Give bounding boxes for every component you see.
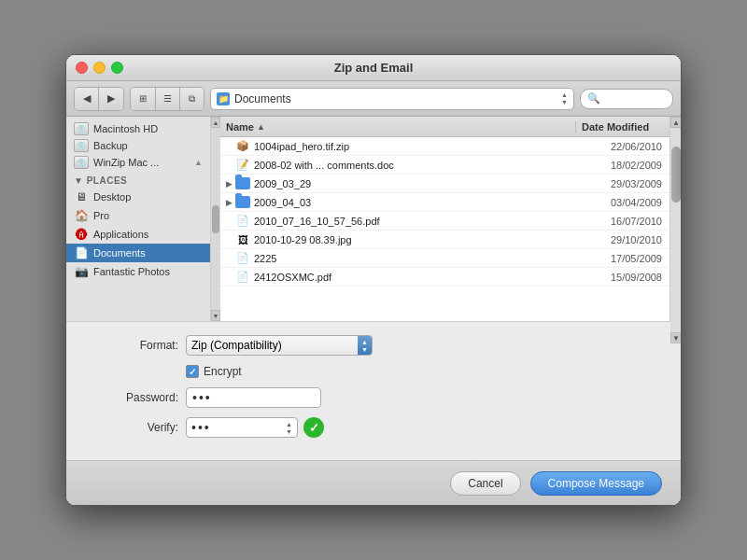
scrollbar-track <box>670 128 681 332</box>
places-triangle: ▼ <box>74 175 87 186</box>
verify-dots: ••• <box>191 420 211 435</box>
password-input[interactable]: ••• <box>186 387 321 408</box>
file-row[interactable]: ▶ 2009_04_03 03/04/2009 <box>220 193 669 212</box>
file-name: 2009_03_29 <box>254 178 574 189</box>
location-arrows[interactable]: ▲ ▼ <box>561 91 568 105</box>
sidebar-scroll-up[interactable]: ▲ <box>211 117 220 128</box>
format-select[interactable]: Zip (Compatibility) ▲ ▼ <box>186 335 373 356</box>
backup-icon: 💿 <box>74 139 89 152</box>
file-date: 29/10/2010 <box>574 234 668 245</box>
file-type-icon: 📄 <box>235 251 250 266</box>
file-row[interactable]: ▶ 2009_03_29 29/03/2009 <box>220 175 669 193</box>
format-row: Format: Zip (Compatibility) ▲ ▼ <box>104 335 643 356</box>
file-date: 22/06/2010 <box>574 141 668 152</box>
close-button[interactable] <box>76 62 88 74</box>
toolbar: ◀ ▶ ⊞ ☰ ⧉ 📁 Documents ▲ ▼ 🔍 <box>66 81 681 117</box>
location-text: Documents <box>234 92 557 105</box>
sidebar-device-macintosh[interactable]: 💿 Macintosh HD <box>66 120 210 137</box>
back-button[interactable]: ◀ <box>75 88 99 110</box>
format-value: Zip (Compatibility) <box>191 339 282 352</box>
encrypt-label: Encrypt <box>204 365 242 378</box>
expand-icon: ▶ <box>222 198 235 207</box>
file-list: 📦 1004ipad_hero.tif.zip 22/06/2010 📝 200… <box>220 137 669 321</box>
file-row[interactable]: 🖼 2010-10-29 08.39.jpg 29/10/2010 <box>220 231 669 249</box>
sidebar-item-photos[interactable]: 📷 Fantastic Photos <box>66 262 210 281</box>
verify-row: Verify: ••• ▲ ▼ ✓ <box>104 417 643 438</box>
sidebar-item-documents[interactable]: 📄 Documents <box>66 244 210 262</box>
file-row[interactable]: 📄 2225 17/05/2009 <box>220 249 669 268</box>
file-row[interactable]: 📝 2008-02 with ... comments.doc 18/02/20… <box>220 156 669 175</box>
col-date-label: Date Modified <box>582 121 649 133</box>
column-view-button[interactable]: ⧉ <box>179 88 204 110</box>
compose-message-button[interactable]: Compose Message <box>530 471 662 496</box>
minimize-button[interactable] <box>93 62 106 74</box>
file-type-icon: 📦 <box>235 139 250 154</box>
col-date-header[interactable]: Date Modified <box>576 121 669 133</box>
sort-arrow: ▲ <box>257 122 265 132</box>
loc-up-arrow: ▲ <box>561 91 568 98</box>
sidebar-scroll-down[interactable]: ▼ <box>211 310 220 321</box>
desktop-label: Desktop <box>93 191 131 203</box>
button-bar: Cancel Compose Message <box>66 460 681 505</box>
search-box[interactable]: 🔍 <box>580 89 673 109</box>
file-row[interactable]: 📄 2010_07_16_10_57_56.pdf 16/07/2010 <box>220 212 669 231</box>
applications-icon: 🅐 <box>74 227 89 242</box>
sidebar-device-backup[interactable]: 💿 Backup <box>66 137 210 154</box>
file-name: 2010_07_16_10_57_56.pdf <box>254 216 574 227</box>
file-type-icon: 📄 <box>235 214 250 229</box>
loc-down-arrow: ▼ <box>561 99 568 105</box>
folder-type-icon <box>235 195 250 210</box>
location-bar[interactable]: 📁 Documents ▲ ▼ <box>210 88 574 110</box>
scroll-up-arrow[interactable]: ▲ <box>670 117 682 128</box>
view-buttons: ⊞ ☰ ⧉ <box>130 87 204 111</box>
file-list-header: Name ▲ Date Modified <box>220 117 669 137</box>
icon-view-button[interactable]: ⊞ <box>131 88 155 110</box>
sidebar-item-applications[interactable]: 🅐 Applications <box>66 225 210 244</box>
file-name: 1004ipad_hero.tif.zip <box>254 141 574 152</box>
documents-icon: 📄 <box>74 245 89 260</box>
traffic-lights <box>76 62 123 74</box>
password-row: Password: ••• <box>104 387 643 408</box>
cancel-button[interactable]: Cancel <box>450 471 520 496</box>
photos-icon: 📷 <box>74 264 89 279</box>
search-icon: 🔍 <box>587 92 600 105</box>
encrypt-row: ✓ Encrypt <box>186 365 643 378</box>
verify-check-icon: ✓ <box>303 417 324 438</box>
file-name: 2412OSXMC.pdf <box>254 272 574 283</box>
folder-icon: 📁 <box>217 92 230 105</box>
file-date: 03/04/2009 <box>574 197 668 208</box>
verify-label: Verify: <box>104 421 178 434</box>
col-name-header[interactable]: Name ▲ <box>220 121 576 133</box>
places-label: PLACES <box>87 175 128 186</box>
file-list-scrollbar: ▲ ▼ <box>669 117 681 321</box>
encrypt-checkbox[interactable]: ✓ <box>186 365 199 378</box>
forward-button[interactable]: ▶ <box>99 88 123 110</box>
file-date: 29/03/2009 <box>574 178 668 189</box>
pro-label: Pro <box>93 210 109 221</box>
winzip-label: WinZip Mac ... <box>93 157 159 168</box>
maximize-button[interactable] <box>111 62 123 74</box>
verify-input-group: ••• ▲ ▼ ✓ <box>186 417 324 438</box>
applications-label: Applications <box>93 229 148 240</box>
file-type-icon: 📝 <box>235 158 250 173</box>
sidebar-device-winzip[interactable]: 💿 WinZip Mac ... ▲ <box>66 154 210 171</box>
sidebar-item-desktop[interactable]: 🖥 Desktop <box>66 188 210 206</box>
file-type-icon: 📄 <box>235 270 250 285</box>
verify-input[interactable]: ••• ▲ ▼ <box>186 417 298 438</box>
macintosh-label: Macintosh HD <box>93 123 158 134</box>
expand-icon: ▶ <box>222 179 235 189</box>
list-view-button[interactable]: ☰ <box>155 88 179 110</box>
desktop-icon: 🖥 <box>74 189 89 204</box>
pro-icon: 🏠 <box>74 208 89 223</box>
nav-buttons: ◀ ▶ <box>74 87 124 111</box>
macintosh-icon: 💿 <box>74 122 89 135</box>
scroll-down-arrow[interactable]: ▼ <box>670 332 682 343</box>
sidebar-item-pro[interactable]: 🏠 Pro <box>66 206 210 225</box>
verify-arrows[interactable]: ▲ ▼ <box>286 421 292 435</box>
scrollbar-thumb[interactable] <box>671 147 681 203</box>
file-row[interactable]: 📄 2412OSXMC.pdf 15/09/2008 <box>220 268 669 287</box>
backup-label: Backup <box>93 140 128 151</box>
sidebar-container: 💿 Macintosh HD 💿 Backup 💿 WinZip Mac ...… <box>66 117 220 321</box>
file-row[interactable]: 📦 1004ipad_hero.tif.zip 22/06/2010 <box>220 137 669 156</box>
file-name: 2225 <box>254 253 574 264</box>
